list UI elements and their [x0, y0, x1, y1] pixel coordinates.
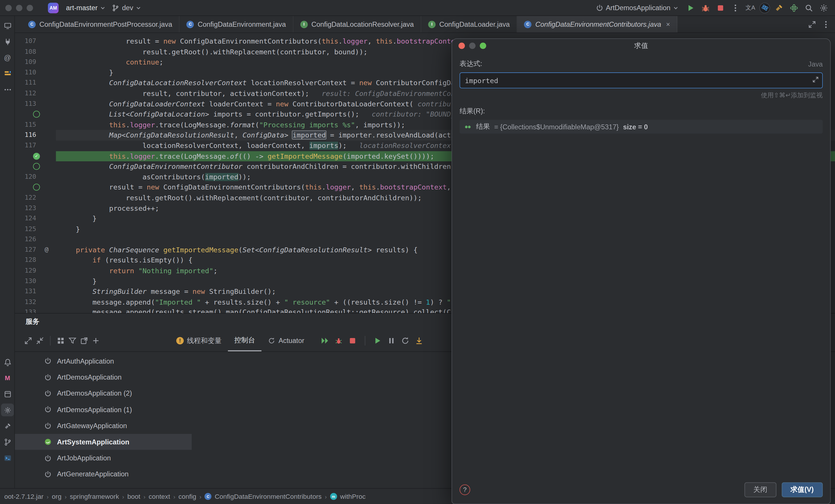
minimize-window-button[interactable] [16, 5, 22, 11]
breadcrumb-item[interactable]: context [148, 493, 170, 500]
service-item[interactable]: ArtJobApplication [15, 450, 191, 466]
gutter-line-number[interactable]: 127@ [15, 245, 56, 255]
service-item[interactable]: ArtGenerateApplication [15, 466, 191, 482]
gutter-line-number[interactable]: 133 [15, 308, 56, 313]
debug-button[interactable] [700, 2, 711, 13]
close-tab-icon[interactable]: × [666, 20, 670, 28]
gutter-line-number[interactable]: 109 [15, 57, 56, 67]
build-icon[interactable] [1, 419, 14, 432]
step-down-icon[interactable] [413, 335, 425, 346]
editor-tab[interactable]: CConfigDataEnvironment.java [180, 16, 293, 33]
breadcrumb-item[interactable]: CConfigDataEnvironmentContributors [205, 493, 322, 500]
gutter-line-number[interactable]: 126 [15, 234, 56, 245]
dialog-close-button[interactable] [459, 43, 465, 49]
evaluate-button[interactable]: 求值(V) [781, 482, 823, 497]
more-tool-windows-icon[interactable] [1, 83, 14, 96]
run-service-icon[interactable] [372, 335, 384, 346]
dialog-zoom-button[interactable] [480, 43, 486, 49]
gutter-line-number[interactable]: 115 [15, 120, 56, 130]
result-row[interactable]: 结果 = {Collections$UnmodifiableMap@5317} … [460, 120, 823, 134]
breakpoint-icon[interactable] [33, 163, 40, 170]
expand-all-icon[interactable] [22, 335, 34, 346]
editor-tab[interactable]: IConfigDataLocationResolver.java [293, 16, 421, 33]
maven-icon[interactable]: M [1, 372, 14, 384]
view-options-icon[interactable] [55, 335, 66, 346]
breadcrumb-item[interactable]: springframework [70, 493, 119, 500]
gutter-line-number[interactable]: 113 [15, 99, 56, 109]
add-service-icon[interactable] [90, 335, 102, 346]
search-icon[interactable] [803, 2, 815, 13]
terminal-icon[interactable] [1, 451, 14, 464]
window-controls[interactable] [5, 5, 33, 11]
maximize-editor-icon[interactable] [806, 19, 818, 30]
endpoints-icon[interactable] [1, 35, 14, 48]
more-actions-icon[interactable] [730, 2, 741, 13]
packages-icon[interactable] [1, 387, 14, 400]
expand-input-icon[interactable] [812, 76, 819, 83]
editor-tab[interactable]: IConfigDataLoader.java [421, 16, 517, 33]
gutter-line-number[interactable]: 120 [15, 172, 56, 182]
gutter-line-number[interactable]: 112 [15, 88, 56, 99]
expression-input[interactable] [460, 72, 823, 88]
gutter-line-number[interactable]: 108 [15, 46, 56, 57]
breadcrumb-item[interactable]: mwithProc [330, 493, 366, 500]
plugin-icon[interactable] [788, 2, 800, 13]
panel-tab[interactable]: !线程和变量 [170, 330, 228, 351]
gutter-line-number[interactable]: 124 [15, 214, 56, 224]
gutter-line-number[interactable]: ✓ [15, 151, 56, 161]
gutter-line-number[interactable]: 110 [15, 67, 56, 78]
breakpoint-icon[interactable] [33, 111, 40, 118]
open-in-new-icon[interactable] [78, 335, 90, 346]
breadcrumb-item[interactable]: config [179, 493, 196, 500]
zoom-window-button[interactable] [27, 5, 33, 11]
build-hammer-icon[interactable] [773, 2, 785, 13]
gutter-line-number[interactable]: 132 [15, 297, 56, 308]
remote-dev-icon[interactable] [1, 19, 14, 32]
gutter-line-number[interactable]: 125 [15, 224, 56, 235]
service-item[interactable]: ArtDemosApplication (1) [15, 401, 191, 418]
breakpoint-icon[interactable] [33, 184, 40, 191]
gutter-line-number[interactable]: 111 [15, 78, 56, 88]
stop-process-icon[interactable] [347, 335, 359, 346]
filter-icon[interactable] [66, 335, 78, 346]
stop-button[interactable] [715, 2, 726, 13]
settings-gear-icon[interactable] [818, 2, 830, 13]
gutter-line-number[interactable]: 122 [15, 193, 56, 203]
collapse-all-icon[interactable] [34, 335, 46, 346]
editor-tab[interactable]: CConfigDataEnvironmentContributors.java× [517, 16, 677, 33]
panel-tab[interactable]: 控制台 [228, 330, 261, 351]
pause-icon[interactable] [386, 335, 398, 346]
editor-tab[interactable]: CConfigDataEnvironmentPostProcessor.java [21, 16, 180, 33]
gutter-line-number[interactable] [15, 182, 56, 193]
gutter-line-number[interactable]: 117 [15, 140, 56, 151]
service-item[interactable]: ArtGatewayApplication [15, 418, 191, 434]
service-item[interactable]: ArtAuthApplication [15, 353, 191, 369]
resume-icon[interactable] [319, 335, 331, 346]
gutter-line-number[interactable] [15, 161, 56, 172]
close-window-button[interactable] [5, 5, 12, 11]
editor-options-icon[interactable] [820, 19, 832, 30]
close-button[interactable]: 关闭 [744, 482, 776, 497]
gutter-line-number[interactable]: 123 [15, 203, 56, 214]
notifications-icon[interactable] [1, 356, 14, 369]
rerun-debug-icon[interactable] [333, 335, 345, 346]
gutter-line-number[interactable]: 116 [15, 130, 56, 141]
breadcrumb-item[interactable]: oot-2.7.12.jar [4, 493, 44, 500]
git-icon[interactable] [1, 435, 14, 448]
gutter-line-number[interactable]: 130 [15, 276, 56, 287]
panel-tab[interactable]: Actuator [261, 330, 310, 351]
gutter-line-number[interactable]: 129 [15, 266, 56, 276]
service-item[interactable]: ArtDemosApplication [15, 369, 191, 385]
services-icon[interactable] [1, 403, 14, 416]
gutter-line-number[interactable]: 107 [15, 36, 56, 47]
bookmarks-icon[interactable] [1, 67, 14, 80]
translate-icon[interactable]: 文A [745, 2, 756, 13]
run-button[interactable] [685, 2, 696, 13]
mentions-icon[interactable]: @ [1, 51, 14, 64]
breadcrumb-item[interactable]: boot [127, 493, 140, 500]
help-icon[interactable]: ? [460, 485, 470, 495]
restart-icon[interactable] [400, 335, 411, 346]
breakpoint-hit-icon[interactable]: ✓ [33, 153, 40, 160]
service-item[interactable]: ArtSystemApplication [15, 434, 191, 450]
service-item[interactable]: ArtDemosApplication (2) [15, 385, 191, 402]
